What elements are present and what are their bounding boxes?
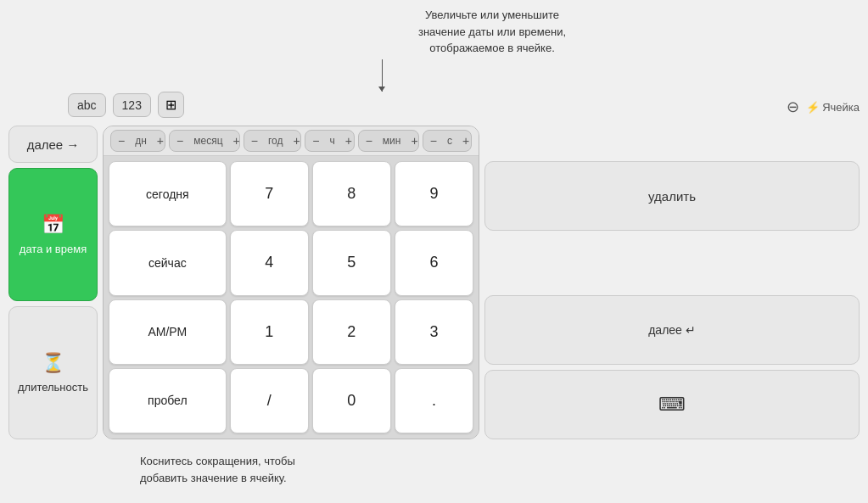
stepper-month: − месяц +: [169, 130, 240, 152]
enter-label: далее ↵: [648, 323, 696, 337]
tooltip-bottom: Коснитесь сокращения, чтобы добавить зна…: [140, 453, 344, 486]
stepper-day-minus[interactable]: −: [111, 131, 132, 151]
date-time-button[interactable]: 📅 дата и время: [8, 168, 98, 301]
key-row-4: пробел / 0 .: [109, 368, 473, 433]
key-8[interactable]: 8: [312, 161, 391, 226]
keyboard-icon: ⌨: [658, 394, 686, 416]
key-1[interactable]: 1: [230, 299, 309, 365]
stepper-year-minus[interactable]: −: [244, 131, 265, 151]
key-0[interactable]: 0: [312, 368, 391, 433]
key-slash[interactable]: /: [230, 368, 309, 433]
key-now[interactable]: сейчас: [109, 230, 227, 295]
key-ampm[interactable]: AM/PM: [109, 299, 227, 365]
stepper-sec-minus[interactable]: −: [423, 131, 444, 151]
tooltip-bottom-text: Коснитесь сокращения, чтобы добавить зна…: [140, 455, 295, 484]
key-5[interactable]: 5: [312, 230, 391, 295]
duration-label: длительность: [18, 381, 88, 394]
mode-abc-button[interactable]: abc: [68, 93, 106, 117]
key-9[interactable]: 9: [395, 161, 473, 226]
stepper-year-plus[interactable]: +: [286, 131, 301, 151]
info-icon[interactable]: ⊖: [787, 98, 799, 116]
stepper-month-minus[interactable]: −: [170, 131, 190, 151]
key-2[interactable]: 2: [312, 299, 391, 365]
stepper-min-minus[interactable]: −: [359, 131, 379, 151]
key-row-3: AM/PM 1 2 3: [109, 299, 473, 365]
key-6[interactable]: 6: [395, 230, 473, 295]
stepper-year: − год +: [244, 130, 302, 152]
stepper-hour-minus[interactable]: −: [305, 131, 326, 151]
left-sidebar: далее → 📅 дата и время ⏳ длительность: [8, 126, 98, 439]
right-info-bar: ⊖ ⚡ Ячейка: [766, 92, 860, 122]
next-button[interactable]: далее →: [8, 126, 98, 163]
stepper-month-plus[interactable]: +: [227, 131, 240, 151]
cell-label[interactable]: ⚡ Ячейка: [806, 101, 860, 114]
stepper-sec-label: с: [444, 135, 456, 147]
key-rows: сегодня 7 8 9 сейчас 4 5 6 AM/PM 1 2 3 п…: [104, 156, 479, 439]
stepper-month-label: месяц: [190, 135, 226, 147]
key-today[interactable]: сегодня: [109, 161, 227, 226]
stepper-bar: − дн + − месяц + − год + − ч + − мин: [104, 126, 479, 156]
stepper-sec-plus[interactable]: +: [456, 131, 472, 151]
delete-button[interactable]: удалить: [484, 161, 860, 231]
next-label: далее →: [27, 137, 80, 152]
duration-button[interactable]: ⏳ длительность: [8, 306, 98, 439]
key-row-1: сегодня 7 8 9: [109, 161, 473, 226]
stepper-min: − мин +: [358, 130, 419, 152]
mode-table-icon-button[interactable]: ⊞: [158, 92, 184, 118]
tooltip-top: Увеличьте или уменьшите значение даты ил…: [356, 7, 628, 57]
stepper-day: − дн +: [110, 130, 165, 152]
mode-123-button[interactable]: 123: [113, 93, 151, 117]
keyboard-main: − дн + − месяц + − год + − ч + − мин: [103, 126, 479, 439]
date-time-label: дата и время: [20, 243, 87, 255]
stepper-hour-plus[interactable]: +: [339, 131, 355, 151]
cell-lightning-icon: ⚡: [806, 101, 820, 114]
right-sidebar: удалить далее ↵ ⌨: [484, 126, 860, 439]
stepper-min-label: мин: [379, 135, 405, 147]
key-3[interactable]: 3: [395, 299, 473, 365]
keyboard-button[interactable]: ⌨: [484, 370, 860, 439]
header-bar: abc 123 ⊞: [68, 92, 184, 118]
cell-label-text: Ячейка: [822, 101, 860, 114]
duration-icon: ⏳: [42, 352, 64, 374]
stepper-sec: − с +: [423, 130, 472, 152]
key-7[interactable]: 7: [230, 161, 309, 226]
tooltip-arrow: [382, 59, 383, 92]
key-dot[interactable]: .: [395, 368, 473, 433]
stepper-year-label: год: [265, 135, 287, 147]
delete-label: удалить: [648, 189, 696, 204]
key-space[interactable]: пробел: [109, 368, 227, 433]
key-row-2: сейчас 4 5 6: [109, 230, 473, 295]
stepper-hour-label: ч: [326, 135, 338, 147]
stepper-min-plus[interactable]: +: [404, 131, 418, 151]
tooltip-top-text: Увеличьте или уменьшите значение даты ил…: [418, 8, 566, 54]
stepper-day-plus[interactable]: +: [150, 131, 165, 151]
date-time-icon: 📅: [42, 214, 64, 236]
stepper-day-label: дн: [132, 135, 150, 147]
enter-button[interactable]: далее ↵: [484, 295, 860, 365]
stepper-hour: − ч +: [305, 130, 354, 152]
key-4[interactable]: 4: [230, 230, 309, 295]
